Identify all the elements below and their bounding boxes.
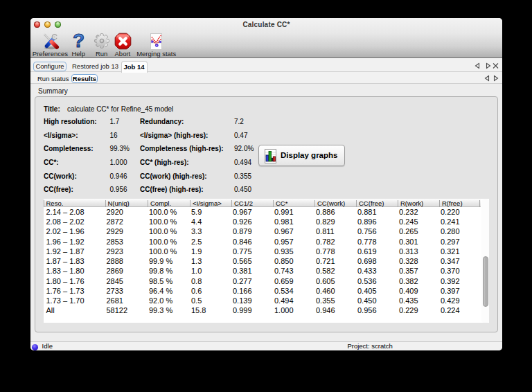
svg-text:?: ? xyxy=(73,31,85,50)
